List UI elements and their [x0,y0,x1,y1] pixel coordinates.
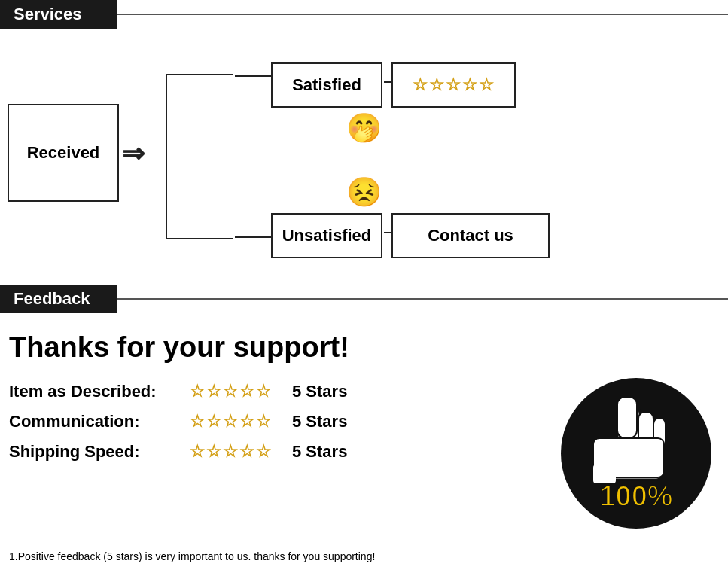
rating-row-0: Item as Described: ☆☆☆☆☆ 5 Stars [9,382,553,401]
received-label: Received [27,143,100,163]
rating-value-2: 5 Stars [292,442,347,462]
unsatisfied-label: Unsatisfied [282,226,372,245]
ratings-col: Item as Described: ☆☆☆☆☆ 5 Stars Communi… [9,382,553,472]
stars-display: ☆☆☆☆☆ [413,75,495,95]
rating-label-2: Shipping Speed: [9,442,190,462]
satisfied-emoji-icon: 🤭 [346,112,382,144]
branch-lines [166,74,233,239]
unsatisfied-emoji-icon: 😣 [346,176,382,208]
services-section: Services Received ⇒ Satisfied ☆☆☆☆☆ 🤭 [0,0,728,277]
rating-value-1: 5 Stars [292,412,347,431]
arrow-symbol: ⇒ [122,138,145,169]
unsatisfied-emoji: 😣 [346,175,382,209]
rating-stars-1: ☆☆☆☆☆ [190,412,280,431]
branch-top-line [235,75,273,77]
main-arrow: ⇒ [122,138,145,169]
feedback-header: Feedback [0,285,728,313]
svg-text:100%: 100% [599,480,672,512]
rating-value-0: 5 Stars [292,382,347,401]
thanks-area: Thanks for your support! Item as Describ… [0,313,728,576]
thumb-col: 100% [553,374,719,532]
ratings-and-thumb: Item as Described: ☆☆☆☆☆ 5 Stars Communi… [9,382,719,532]
rating-row-2: Shipping Speed: ☆☆☆☆☆ 5 Stars [9,442,553,462]
rating-label-1: Communication: [9,412,190,431]
satisfied-emoji: 🤭 [346,111,382,145]
rating-stars-0: ☆☆☆☆☆ [190,382,280,401]
satisfied-label: Satisfied [292,75,361,95]
contact-label: Contact us [428,226,513,245]
thanks-title: Thanks for your support! [9,331,719,364]
services-header: Services [0,0,728,29]
feedback-label: Feedback [0,285,117,313]
ratings-container: Item as Described: ☆☆☆☆☆ 5 Stars Communi… [9,382,553,462]
contact-box[interactable]: Contact us [391,213,550,258]
feedback-notes: 1.Positive feedback (5 stars) is very im… [9,546,719,576]
note-2: 2.If you are not satisfied with our prod… [9,570,719,576]
rating-row-1: Communication: ☆☆☆☆☆ 5 Stars [9,412,553,431]
unsatisfied-box: Unsatisfied [271,213,382,258]
flow-diagram: Received ⇒ Satisfied ☆☆☆☆☆ 🤭 😣 [0,29,728,277]
note-1: 1.Positive feedback (5 stars) is very im… [9,546,719,567]
services-label: Services [0,0,117,29]
branch-bottom-line [235,236,273,238]
services-divider [117,14,728,15]
rating-stars-2: ☆☆☆☆☆ [190,442,280,462]
svg-rect-3 [617,397,637,438]
rating-label-0: Item as Described: [9,382,190,401]
stars-box: ☆☆☆☆☆ [391,62,516,108]
thumbs-up-badge: 100% [557,374,715,532]
feedback-section: Feedback Thanks for your support! Item a… [0,285,728,576]
satisfied-box: Satisfied [271,62,382,108]
feedback-divider [117,298,728,300]
received-box: Received [8,104,119,202]
